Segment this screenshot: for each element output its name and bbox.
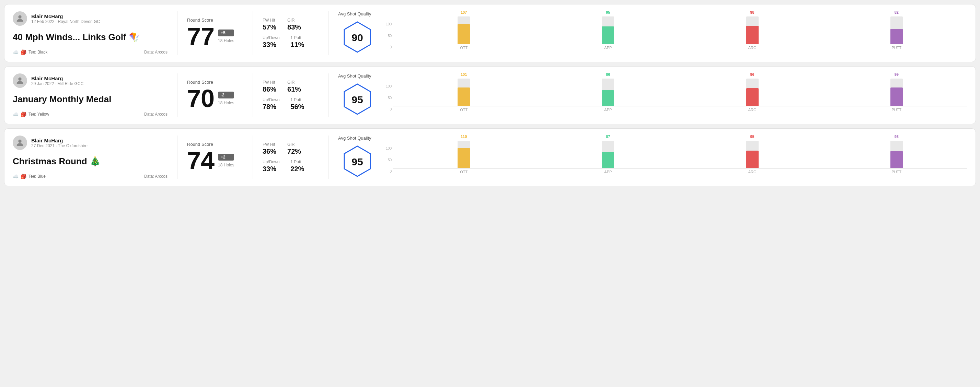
chart-bar-ott: 101 — [393, 72, 535, 106]
player-meta: 27 Dec 2021 · The Oxfordshire — [31, 143, 88, 148]
gir-value: 83% — [287, 23, 301, 31]
stat-oneputt: 1 Putt 56% — [290, 97, 304, 111]
svg-point-0 — [18, 16, 21, 19]
score-row: 77 +5 18 Holes — [187, 24, 243, 49]
bar-col-label: APP — [537, 108, 679, 112]
updown-label: Up/Down — [262, 160, 279, 164]
bar-value-label: 82 — [894, 10, 899, 14]
data-source: Data: Arccos — [144, 112, 167, 117]
gir-label: GIR — [287, 18, 301, 23]
chart-bar-app: 86 — [537, 72, 679, 106]
chart-bar-putt: 93 — [826, 135, 967, 168]
score-badge: +5 — [218, 30, 234, 36]
bar-value-label: 101 — [461, 72, 467, 76]
quality-hexagon: 95 — [338, 143, 377, 179]
stat-gir: GIR 72% — [287, 142, 301, 155]
bar-chart: 100500 101 86 96 — [383, 79, 967, 112]
score-meta: +5 18 Holes — [218, 30, 234, 43]
card-stats-round2: FW Hit 86% GIR 61% Up/Down 78% 1 Putt — [253, 73, 328, 117]
score-number: 74 — [187, 148, 215, 173]
tee-info: ☁️ 🎒 Tee: Yellow — [13, 111, 49, 117]
stats-row-top: FW Hit 36% GIR 72% — [262, 142, 318, 155]
bar-value-label: 96 — [750, 72, 754, 76]
bag-icon: 🎒 — [21, 111, 26, 117]
score-number: 70 — [187, 86, 215, 111]
player-info: Blair McHarg 29 Jan 2022 · Mill Ride GCC — [31, 76, 83, 86]
score-label: Round Score — [187, 142, 243, 147]
stat-updown: Up/Down 33% — [262, 160, 279, 173]
updown-label: Up/Down — [262, 97, 279, 102]
tee-label: Tee: Blue — [29, 174, 46, 179]
score-label: Round Score — [187, 17, 243, 23]
round-card-round3: Blair McHarg 27 Dec 2021 · The Oxfordshi… — [4, 128, 976, 186]
quality-left: Avg Shot Quality 90 — [338, 11, 377, 55]
chart-bar-ott: 107 — [393, 10, 535, 44]
stats-row-top: FW Hit 86% GIR 61% — [262, 80, 318, 93]
bar-col-label: APP — [537, 46, 679, 50]
stat-oneputt: 1 Putt 11% — [290, 35, 304, 49]
bar-col-label: OTT — [393, 46, 535, 50]
stats-row-bottom: Up/Down 78% 1 Putt 56% — [262, 97, 318, 111]
quality-label: Avg Shot Quality — [338, 73, 371, 79]
card-left-round3: Blair McHarg 27 Dec 2021 · The Oxfordshi… — [13, 135, 177, 179]
chart-bar-putt: 82 — [826, 10, 967, 44]
oneputt-label: 1 Putt — [290, 97, 304, 102]
score-holes: 18 Holes — [218, 38, 234, 43]
chart-bar-arg: 98 — [682, 10, 823, 44]
player-name: Blair McHarg — [31, 13, 100, 19]
stat-fw-hit: FW Hit 86% — [262, 80, 276, 93]
score-meta: +2 18 Holes — [218, 154, 234, 167]
avatar — [13, 73, 27, 88]
bar-value-label: 110 — [461, 135, 467, 139]
card-stats-round1: FW Hit 57% GIR 83% Up/Down 33% 1 Putt — [253, 11, 328, 55]
round-title: 40 Mph Winds... Links Golf 🪁 — [13, 32, 167, 43]
chart-bar-app: 87 — [537, 135, 679, 168]
bag-icon: 🎒 — [21, 174, 26, 179]
score-meta: -2 18 Holes — [218, 92, 234, 105]
card-left-round2: Blair McHarg 29 Jan 2022 · Mill Ride GCC… — [13, 73, 177, 117]
fw-hit-label: FW Hit — [262, 142, 276, 147]
y-axis-label: 0 — [383, 170, 391, 173]
oneputt-value: 22% — [290, 165, 304, 173]
bar-value-label: 98 — [750, 10, 754, 14]
bar-value-label: 95 — [750, 135, 754, 139]
bar-col-label: OTT — [393, 170, 535, 174]
round-card-round1: Blair McHarg 12 Feb 2022 · Royal North D… — [4, 4, 976, 62]
y-axis-label: 0 — [383, 107, 391, 111]
gir-label: GIR — [287, 142, 301, 147]
updown-value: 33% — [262, 41, 279, 49]
chart-bar-putt: 99 — [826, 72, 967, 106]
player-info: Blair McHarg 27 Dec 2021 · The Oxfordshi… — [31, 138, 88, 148]
bar-col-label: PUTT — [826, 108, 967, 112]
fw-hit-value: 86% — [262, 86, 276, 93]
round-title: January Monthly Medal — [13, 94, 167, 105]
fw-hit-value: 57% — [262, 23, 276, 31]
weather-icon: ☁️ — [13, 174, 19, 179]
player-header: Blair McHarg 29 Jan 2022 · Mill Ride GCC — [13, 73, 167, 88]
updown-value: 33% — [262, 165, 279, 173]
weather-icon: ☁️ — [13, 49, 19, 55]
chart-bar-arg: 96 — [682, 72, 823, 106]
player-header: Blair McHarg 12 Feb 2022 · Royal North D… — [13, 11, 167, 26]
stat-fw-hit: FW Hit 57% — [262, 18, 276, 31]
oneputt-label: 1 Putt — [290, 160, 304, 164]
card-score-round1: Round Score 77 +5 18 Holes — [177, 11, 253, 55]
score-row: 70 -2 18 Holes — [187, 86, 243, 111]
updown-value: 78% — [262, 103, 279, 111]
score-holes: 18 Holes — [218, 163, 234, 167]
tee-info: ☁️ 🎒 Tee: Blue — [13, 174, 46, 179]
card-stats-round3: FW Hit 36% GIR 72% Up/Down 33% 1 Putt — [253, 135, 328, 179]
stat-oneputt: 1 Putt 22% — [290, 160, 304, 173]
player-name: Blair McHarg — [31, 138, 88, 143]
stat-gir: GIR 61% — [287, 80, 301, 93]
bar-col-label: ARG — [682, 170, 823, 174]
bar-value-label: 86 — [606, 72, 610, 76]
tee-label: Tee: Yellow — [29, 112, 49, 117]
stats-row-bottom: Up/Down 33% 1 Putt 22% — [262, 160, 318, 173]
bar-value-label: 87 — [606, 135, 610, 139]
svg-point-6 — [18, 140, 21, 143]
chart-bar-app: 95 — [537, 10, 679, 44]
card-quality-round1: Avg Shot Quality 90 100500 107 95 — [328, 11, 967, 55]
bar-value-label: 107 — [461, 10, 467, 14]
round-footer: ☁️ 🎒 Tee: Blue Data: Arccos — [13, 174, 167, 179]
